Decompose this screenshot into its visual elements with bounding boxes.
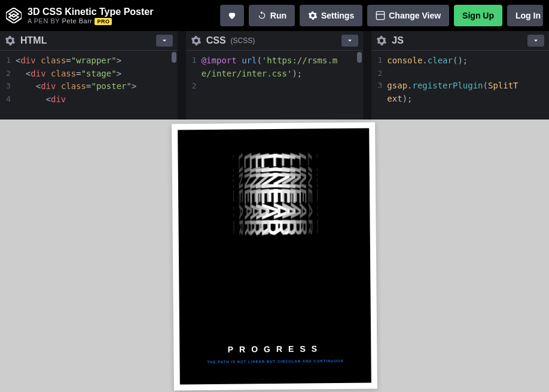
- code-text: <div class="stage">: [16, 68, 121, 81]
- code-text: gsap.registerPlugin(SplitText);: [387, 79, 523, 105]
- run-label: Run: [270, 11, 286, 20]
- code-line: 3gsap.registerPlugin(SplitText);: [374, 79, 547, 105]
- gear-icon[interactable]: [5, 35, 16, 46]
- code-text: <div class="poster">: [16, 80, 136, 93]
- css-editor-title: CSS: [206, 35, 226, 46]
- signup-label: Sign Up: [462, 11, 494, 20]
- login-label: Log In: [516, 11, 541, 20]
- heart-button[interactable]: [220, 5, 244, 26]
- toolbar: Run Settings Change View Sign Up Log In: [220, 5, 543, 26]
- editors-row: HTML 1<div class="wrapper">2 <div class=…: [0, 31, 549, 120]
- settings-label: Settings: [321, 11, 354, 20]
- scrollbar-thumb[interactable]: [172, 52, 176, 63]
- line-number: 1: [2, 54, 16, 68]
- code-line: 2: [374, 68, 547, 79]
- chevron-down-icon: [346, 37, 353, 44]
- line-number: 2: [188, 80, 202, 92]
- change-view-label: Change View: [389, 11, 441, 20]
- kinetic-word-layer: LINEAR: [316, 149, 319, 310]
- html-editor: HTML 1<div class="wrapper">2 <div class=…: [0, 31, 178, 120]
- line-number: 4: [2, 93, 16, 106]
- poster: LINEARLINEARLINEARLINEARLINEARLINEARLINE…: [178, 128, 371, 385]
- js-collapse-button[interactable]: [527, 35, 544, 47]
- line-number: 3: [2, 80, 16, 93]
- run-button[interactable]: Run: [249, 5, 295, 26]
- js-editor-title: JS: [392, 35, 404, 46]
- line-number: 1: [188, 54, 202, 80]
- pen-title: 3D CSS Kinetic Type Poster: [28, 7, 220, 17]
- css-editor-subtitle: (SCSS): [231, 36, 255, 45]
- css-collapse-button[interactable]: [341, 35, 358, 47]
- code-line: 1console.clear();: [374, 54, 547, 68]
- author-link[interactable]: Pete Barr: [62, 17, 93, 24]
- pen-byline: A PEN BY Pete BarrPRO: [28, 17, 220, 24]
- preview-area: LINEARLINEARLINEARLINEARLINEARLINEARLINE…: [0, 120, 549, 392]
- code-text: @import url('https://rsms.me/inter/inter…: [202, 54, 342, 80]
- byline-prefix: A PEN BY: [28, 17, 62, 24]
- js-code-area[interactable]: 1console.clear();23gsap.registerPlugin(S…: [371, 51, 549, 120]
- css-code-area[interactable]: 1@import url('https://rsms.me/inter/inte…: [186, 51, 364, 120]
- html-editor-title: HTML: [20, 35, 47, 46]
- html-code-area[interactable]: 1<div class="wrapper">2 <div class="stag…: [0, 51, 178, 120]
- code-text: <div: [16, 93, 66, 106]
- poster-title: PROGRESS: [228, 344, 323, 354]
- poster-frame: LINEARLINEARLINEARLINEARLINEARLINEARLINE…: [172, 122, 377, 391]
- signup-button[interactable]: Sign Up: [454, 5, 502, 26]
- html-collapse-button[interactable]: [156, 35, 173, 47]
- kinetic-type: LINEARLINEARLINEARLINEARLINEARLINEARLINE…: [214, 152, 335, 333]
- line-number: 2: [2, 68, 16, 81]
- settings-button[interactable]: Settings: [300, 5, 362, 26]
- code-line: 2: [188, 80, 361, 92]
- kinetic-word-layer: LINEAR: [233, 151, 236, 311]
- css-editor: CSS (SCSS) 1@import url('https://rsms.me…: [186, 31, 364, 120]
- chevron-down-icon: [161, 37, 168, 44]
- codepen-logo[interactable]: [6, 8, 22, 23]
- svg-rect-0: [377, 11, 385, 19]
- js-editor-header: JS: [371, 31, 549, 51]
- code-text: <div class="wrapper">: [16, 54, 121, 68]
- change-view-button[interactable]: Change View: [367, 5, 449, 26]
- code-line: 4 <div: [2, 93, 175, 106]
- poster-subtitle: THE PATH IS NOT LINEAR BUT CIRCULAR AND …: [207, 359, 343, 364]
- code-line: 3 <div class="poster">: [2, 80, 175, 93]
- line-number: 1: [374, 54, 387, 68]
- code-line: 2 <div class="stage">: [2, 68, 175, 81]
- pro-badge: PRO: [94, 18, 112, 25]
- scrollbar-thumb[interactable]: [357, 52, 362, 63]
- heart-icon: [227, 11, 237, 20]
- code-line: 1<div class="wrapper">: [2, 54, 175, 68]
- gear-icon: [308, 11, 318, 20]
- title-block: 3D CSS Kinetic Type Poster A PEN BY Pete…: [28, 7, 220, 24]
- gear-icon[interactable]: [191, 35, 202, 46]
- js-editor: JS 1console.clear();23gsap.registerPlugi…: [371, 31, 549, 120]
- layout-icon: [376, 11, 385, 20]
- gear-icon[interactable]: [376, 35, 387, 46]
- app-header: 3D CSS Kinetic Type Poster A PEN BY Pete…: [0, 0, 549, 31]
- line-number: 2: [374, 68, 387, 79]
- cycle-icon: [257, 11, 267, 20]
- code-line: 1@import url('https://rsms.me/inter/inte…: [188, 54, 361, 80]
- login-button[interactable]: Log In: [507, 5, 543, 26]
- chevron-down-icon: [532, 37, 539, 44]
- line-number: 3: [374, 79, 387, 105]
- html-editor-header: HTML: [0, 31, 178, 51]
- code-text: console.clear();: [387, 54, 468, 68]
- css-editor-header: CSS (SCSS): [186, 31, 364, 51]
